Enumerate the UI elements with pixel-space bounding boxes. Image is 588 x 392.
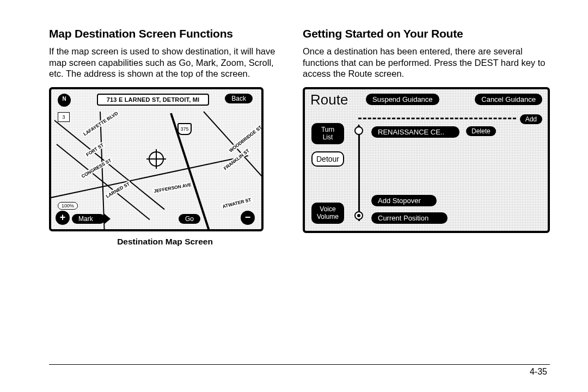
mark-button[interactable]: Mark (72, 214, 105, 224)
compass-icon: N (58, 94, 71, 107)
zoom-chip: 100% (58, 202, 78, 210)
route-screen-figure: Route Suspend Guidance Cancel Guidance A… (303, 87, 550, 233)
figure-caption-left: Destination Map Screen (49, 237, 281, 247)
road-line (203, 111, 264, 193)
scale-chip: 3 (58, 112, 70, 122)
address-bar: 713 E LARNED ST, DETROIT, MI (97, 94, 209, 106)
street-label: JEFFERSON AVE (152, 182, 193, 194)
suspend-guidance-button[interactable]: Suspend Guidance (366, 94, 439, 105)
current-position-chip[interactable]: Current Position (371, 212, 448, 224)
street-label: ATWATER ST (221, 197, 253, 210)
zoom-out-button[interactable]: − (241, 211, 255, 225)
highway-shield-icon: 375 (177, 123, 192, 135)
back-button[interactable]: Back (225, 94, 253, 103)
route-node-icon (354, 126, 363, 135)
dashed-line-icon (358, 118, 516, 119)
street-label: FORT ST (84, 142, 106, 158)
footer-rule (49, 364, 550, 365)
cancel-guidance-button[interactable]: Cancel Guidance (475, 94, 542, 105)
paragraph-map-destination: If the map screen is used to show destin… (49, 46, 281, 79)
heading-getting-started: Getting Started on Your Route (303, 27, 550, 40)
page-number: 4-35 (530, 367, 547, 377)
route-node-icon (354, 211, 363, 220)
add-button[interactable]: Add (520, 114, 542, 124)
detour-button[interactable]: Detour (311, 151, 344, 167)
add-stopover-button[interactable]: Add Stopover (371, 195, 437, 206)
voice-volume-button[interactable]: VoiceVolume (311, 203, 344, 224)
destination-map-figure: LAFAYETTE BLVD FORT ST CONGRESS ST LARNE… (49, 87, 264, 231)
destination-chip[interactable]: RENAISSANCE CE.. (371, 126, 460, 138)
route-title: Route (310, 91, 348, 108)
route-arrow-icon (358, 128, 360, 221)
paragraph-getting-started: Once a destination has been entered, the… (303, 46, 550, 79)
zoom-in-button[interactable]: + (56, 211, 70, 225)
go-button[interactable]: Go (179, 214, 200, 224)
turn-list-button[interactable]: TurnList (311, 123, 344, 145)
heading-map-destination: Map Destination Screen Functions (49, 27, 281, 40)
delete-button[interactable]: Delete (466, 126, 496, 136)
target-crosshair-icon (149, 151, 164, 167)
